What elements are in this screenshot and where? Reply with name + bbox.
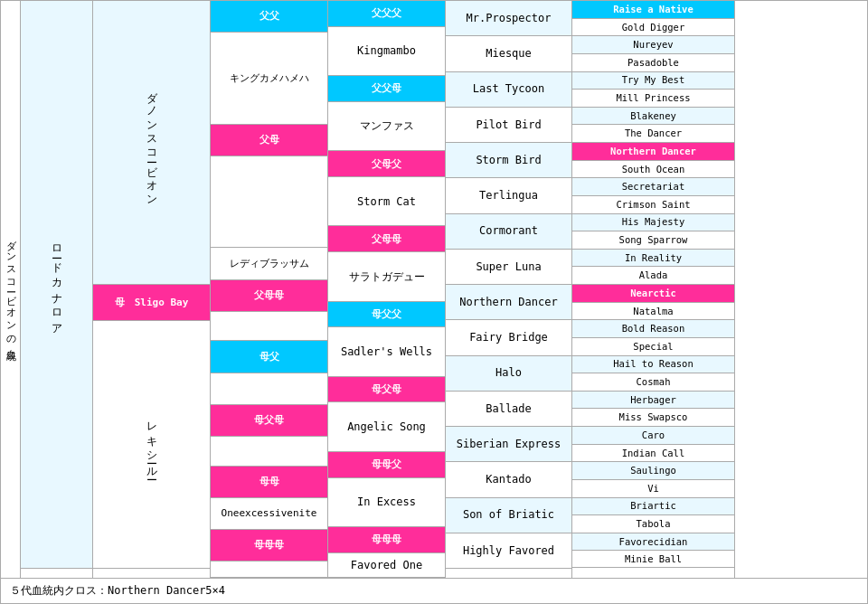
col6-r1a: Nureyev <box>572 36 734 54</box>
col4-inexcess: In Excess <box>328 478 445 527</box>
main-table: ダンスコービオンの血統 ロードカナロア ダノンスコービオン 母 Sligo Ba… <box>0 0 868 579</box>
col6-r4b: South Ocean <box>572 161 734 179</box>
col5-r10: Halo <box>446 356 571 392</box>
col4-r14: 母母母 <box>328 527 445 553</box>
col5: Mr.Prospector Miesque Last Tycoon Pilot … <box>446 1 572 578</box>
col6-r3a: Blakeney <box>572 108 734 126</box>
col3-empty3 <box>211 373 327 405</box>
col3-empty5 <box>211 562 327 578</box>
col4-r4: 父母父 <box>328 151 445 177</box>
col6-r9b: Special <box>572 338 734 356</box>
col4-stormcat: Storm Cat <box>328 177 445 226</box>
col5-r14: Son of Briatic <box>446 498 571 533</box>
col3-hahahahahaha: 母母母 <box>211 530 327 562</box>
col4-manfas: マンファス <box>328 102 445 151</box>
col4-favored: Favored One <box>328 553 445 578</box>
col6-r1b: Pasadoble <box>572 54 734 72</box>
col3-hahahaha: 母母 <box>211 467 327 498</box>
col6-r10b: Cosmah <box>572 373 734 392</box>
col4-r8: 母父父 <box>328 302 445 328</box>
col6-r0a: Raise a Native <box>572 1 734 19</box>
col3-hahachichichihi: 父母母 <box>211 280 327 312</box>
col6-r12a: Caro <box>572 427 734 445</box>
col1-label: ロードカナロア <box>21 1 92 569</box>
col6-r13a: Saulingo <box>572 462 734 480</box>
col5-r7: Super Luna <box>446 250 571 285</box>
col4-sadler: Sadler's Wells <box>328 327 445 376</box>
col6-r15a: Favorecidian <box>572 533 734 552</box>
col6-r2a: Try My Best <box>572 72 734 90</box>
col5-r8: Northern Dancer <box>446 285 571 320</box>
col3-empty2 <box>211 312 327 342</box>
col2-sligo-label: 母 Sligo Bay <box>115 297 189 308</box>
footer-text: ５代血統内クロス：Northern Dancer5×4 <box>10 583 225 599</box>
col6-r6a: His Majesty <box>572 214 734 232</box>
col5-r13: Kantado <box>446 462 571 497</box>
col2-sligo: 母 Sligo Bay <box>93 285 210 321</box>
col6-r0b: Gold Digger <box>572 19 734 37</box>
vertical-label: ダンスコービオンの血統 <box>1 1 21 578</box>
col6-r3b: The Dancer <box>572 125 734 143</box>
col3-redi: レディブラッサム <box>211 248 327 279</box>
col6-r5b: Crimson Saint <box>572 196 734 214</box>
col5-r4: Storm Bird <box>446 143 571 178</box>
col3-one: Oneexcessivenite <box>211 498 327 530</box>
col5-r2: Last Tycoon <box>446 72 571 108</box>
col6-r11b: Miss Swapsco <box>572 409 734 427</box>
col4-sara: サラトガデュー <box>328 252 445 301</box>
col5-r1: Miesque <box>446 36 571 71</box>
col6-r13b: Vi <box>572 480 734 498</box>
col2-top-label: ダノンスコービオン <box>93 1 210 285</box>
col6-r5a: Secretariat <box>572 178 734 196</box>
pedigree-container: ダンスコービオンの血統 ロードカナロア ダノンスコービオン 母 Sligo Ba… <box>0 0 868 604</box>
col6: Raise a Native Gold Digger Nureyev Pasad… <box>572 1 735 578</box>
col1: ロードカナロア <box>21 1 93 578</box>
col5-r11: Ballade <box>446 392 571 427</box>
col6-r14b: Tabola <box>572 515 734 533</box>
col6-r7a: In Reality <box>572 250 734 268</box>
col4: 父父父 Kingmambo 父父母 マンファス 父母父 Storm Cat 父母… <box>328 1 446 578</box>
col5-r0: Mr.Prospector <box>446 1 571 36</box>
col3-hahachichi: 母父 <box>211 341 327 373</box>
col4-angelic: Angelic Song <box>328 402 445 451</box>
col6-r11a: Herbager <box>572 392 734 410</box>
col3-hahachichihaha: 母父母 <box>211 405 327 437</box>
col4-r6: 父母母 <box>328 226 445 252</box>
col3-kingkame: キングカメハメハ <box>211 33 327 125</box>
col5-r5: Terlingua <box>446 178 571 213</box>
col6-r8a: Nearctic <box>572 285 734 303</box>
col3-chichi: 父父 <box>211 1 327 33</box>
col6-r7b: Alada <box>572 267 734 285</box>
col6-r10a: Hail to Reason <box>572 356 734 374</box>
col6-r12b: Indian Call <box>572 445 734 463</box>
col6-r15b: Minie Ball <box>572 551 734 568</box>
footer: ５代血統内クロス：Northern Dancer5×4 <box>0 579 868 604</box>
col2: ダノンスコービオン 母 Sligo Bay レキシールー <box>93 1 211 578</box>
col4-r12: 母母父 <box>328 452 445 478</box>
col4-kingmambo: Kingmambo <box>328 27 445 76</box>
col5-r6: Cormorant <box>446 214 571 250</box>
col3: 父父 キングカメハメハ 父母 レディブラッサム 父母母 母父 母父母 <box>211 1 328 578</box>
col2-bot-label: レキシールー <box>93 321 210 569</box>
col6-r6b: Song Sparrow <box>572 231 734 250</box>
col3-empty4 <box>211 437 327 467</box>
col3-chihaha: 父母 <box>211 125 327 156</box>
col6-r14a: Briartic <box>572 498 734 516</box>
columns: ロードカナロア ダノンスコービオン 母 Sligo Bay レキシールー 父父 … <box>21 1 867 578</box>
col5-r9: Fairy Bridge <box>446 320 571 355</box>
col5-r15: Highly Favored <box>446 533 571 569</box>
col6-r2b: Mill Princess <box>572 90 734 108</box>
col4-r2: 父父母 <box>328 76 445 102</box>
col6-r9a: Bold Reason <box>572 320 734 338</box>
col4-r0: 父父父 <box>328 1 445 27</box>
col4-r10: 母父母 <box>328 377 445 403</box>
col5-r12: Siberian Express <box>446 427 571 462</box>
col5-r3: Pilot Bird <box>446 108 571 143</box>
col3-empty1 <box>211 156 327 249</box>
col6-r4a: Northern Dancer <box>572 143 734 161</box>
col6-r8b: Natalma <box>572 303 734 321</box>
